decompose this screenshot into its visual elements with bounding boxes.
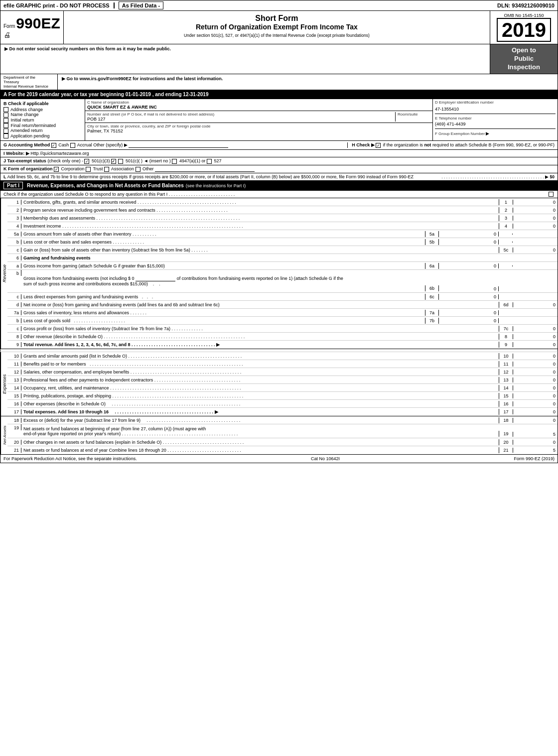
line-6: 6 Gaming and fundraising events xyxy=(7,254,558,262)
line-15-val: 0 xyxy=(513,393,558,398)
initial-return-check[interactable] xyxy=(3,118,8,123)
line-20: 20 Other changes in net assets or fund b… xyxy=(7,438,558,446)
amended-return-check[interactable] xyxy=(3,128,8,133)
line-8-val: 0 xyxy=(513,334,558,339)
line-17: 17 Total expenses. Add lines 10 through … xyxy=(7,408,558,416)
line-10-val: 0 xyxy=(513,354,558,359)
netassets-section: Net Assets 18 Excess or (deficit) for th… xyxy=(0,416,558,455)
line-16-val: 0 xyxy=(513,401,558,406)
line-l-row: L Add lines 5b, 6c, and 7b to line 9 to … xyxy=(0,173,558,181)
instructions-section: ▶ Do not enter social security numbers o… xyxy=(0,44,558,74)
line-3: 3 Membership dues and assessments . . . … xyxy=(7,214,558,222)
name-change-check[interactable] xyxy=(3,113,8,118)
line-19: 19 Net assets or fund balances at beginn… xyxy=(7,424,558,438)
corp-check[interactable] xyxy=(54,167,59,172)
check-left: B Check if applicable Address change Nam… xyxy=(0,99,85,141)
expenses-side-label: Expenses xyxy=(0,352,7,416)
footer-form-ref: Form 990-EZ (2019) xyxy=(514,456,555,461)
check-label: B Check if applicable xyxy=(3,101,82,106)
line-5c: c Gain or (loss) from sale of assets oth… xyxy=(7,246,558,254)
form-id-box: Form 990EZ 🖨 xyxy=(0,11,64,44)
expenses-lines: 10 Grants and similar amounts paid (list… xyxy=(7,352,558,416)
accrual-check[interactable] xyxy=(70,143,75,148)
501c3-check[interactable] xyxy=(84,159,89,164)
line-4: 4 Investment income . . . . . . . . . . … xyxy=(7,222,558,230)
line-11-val: 0 xyxy=(513,362,558,367)
form-label: Form xyxy=(3,23,15,29)
accounting-right: H Check ▶ if the organization is not req… xyxy=(348,142,555,148)
line-16: 16 Other expenses (describe in Schedule … xyxy=(7,400,558,408)
4947-check[interactable] xyxy=(172,159,177,164)
form-org-row: K Form of organization Corporation Trust… xyxy=(0,165,558,173)
dln-label: DLN: 93492126009010 xyxy=(497,2,555,8)
schedule-o-check[interactable] xyxy=(549,192,554,197)
line-21: 21 Net assets or fund balances at end of… xyxy=(7,446,558,454)
527-check[interactable] xyxy=(207,159,212,164)
line-18-val: 0 xyxy=(513,418,558,423)
dept-name: Department of the xyxy=(3,75,54,80)
line-6d: d Net income or (loss) from gaming and f… xyxy=(7,301,558,309)
short-form-title: Short Form xyxy=(66,14,488,23)
line-18: 18 Excess or (deficit) for the year (Sub… xyxy=(7,416,558,424)
part1-see: (see the instructions for Part I) xyxy=(186,183,246,188)
501c3b-check[interactable] xyxy=(111,159,116,164)
goto-line: ▶ Go to www.irs.gov/Form990EZ for instru… xyxy=(58,74,558,90)
year-bar: A For the 2019 calendar year, or tax yea… xyxy=(0,90,558,99)
accounting-row: G Accounting Method Cash Accrual Other (… xyxy=(0,141,558,150)
part1-header: Part I Revenue, Expenses, and Changes in… xyxy=(0,181,558,191)
line-20-val: 0 xyxy=(513,440,558,445)
form-icon: 🖨 xyxy=(3,31,60,39)
line-2-val: 0 xyxy=(513,208,558,213)
netassets-side-label: Net Assets xyxy=(0,416,7,454)
line-13-val: 0 xyxy=(513,378,558,382)
501c-check[interactable] xyxy=(118,159,123,164)
line-19-val: 5 xyxy=(513,432,558,437)
omb-label: OMB No 1545-1150 xyxy=(504,13,544,18)
h-check[interactable] xyxy=(376,143,381,148)
line-5c-val: 0 xyxy=(513,248,558,252)
ein-phone: D Employer identification number 47-1355… xyxy=(433,99,558,141)
org-address: POB 127 xyxy=(87,117,393,122)
assoc-check[interactable] xyxy=(104,167,109,172)
header-section: Form 990EZ 🖨 Short Form Return of Organi… xyxy=(0,11,558,44)
line-10: 10 Grants and similar amounts paid (list… xyxy=(7,352,558,360)
address-change-check[interactable] xyxy=(3,107,8,112)
final-return-check[interactable] xyxy=(3,123,8,128)
filed-data-label: As Filed Data - xyxy=(119,1,163,9)
website-row: I Website: ▶ Http //quicksmartezaware.or… xyxy=(0,150,558,157)
line-7c: c Gross profit or (loss) from sales of i… xyxy=(7,325,558,333)
accounting-left: G Accounting Method Cash Accrual Other (… xyxy=(3,142,348,148)
revenue-section: Revenue 1 Contributions, gifts, grants, … xyxy=(0,198,558,349)
line-4-val: 0 xyxy=(513,224,558,229)
cash-check[interactable] xyxy=(51,143,56,148)
dept-irs: Internal Revenue Service xyxy=(3,84,54,89)
instruction-line1: ▶ Do not enter social security numbers o… xyxy=(4,46,486,51)
part-label: Part I xyxy=(3,182,23,189)
line-17-val: 0 xyxy=(513,409,558,414)
org-info: C Name of organization QUICK SMART EZ & … xyxy=(85,99,433,141)
year-bar-text: A For the 2019 calendar year, or tax yea… xyxy=(3,92,208,97)
line-12: 12 Salaries, other compensation, and emp… xyxy=(7,368,558,376)
footer-cat: Cat No 10642I xyxy=(311,456,340,461)
instructions-left: ▶ Do not enter social security numbers o… xyxy=(0,44,490,74)
dept-info: Department of the Treasury Internal Reve… xyxy=(0,74,58,90)
line-1-desc: Contributions, gifts, grants, and simila… xyxy=(21,199,499,205)
other-check[interactable] xyxy=(136,167,140,172)
org-phone: (469) 471-4439 xyxy=(435,122,556,126)
line-6b: b Gross income from fundraising events (… xyxy=(7,270,558,293)
line-21-val: 5 xyxy=(513,448,558,453)
org-name: QUICK SMART EZ & AWARE INC xyxy=(87,105,430,110)
line-7b: b Less cost of goods sold . . . . . . . … xyxy=(7,317,558,325)
line-7a: 7a Gross sales of inventory, less return… xyxy=(7,309,558,317)
revenue-lines: 1 Contributions, gifts, grants, and simi… xyxy=(7,198,558,349)
header-center: Short Form Return of Organization Exempt… xyxy=(64,11,490,44)
line-13: 13 Professional fees and other payments … xyxy=(7,376,558,384)
year-box: 2019 xyxy=(497,18,551,42)
expenses-section: Expenses 10 Grants and similar amounts p… xyxy=(0,352,558,416)
trust-check[interactable] xyxy=(86,167,91,172)
line-14-val: 0 xyxy=(513,385,558,390)
check-applicable-section: B Check if applicable Address change Nam… xyxy=(0,99,558,141)
line-5a: 5a Gross amount from sale of assets othe… xyxy=(7,230,558,238)
header-right: OMB No 1545-1150 2019 xyxy=(490,11,558,44)
application-pending-check[interactable] xyxy=(3,133,8,138)
